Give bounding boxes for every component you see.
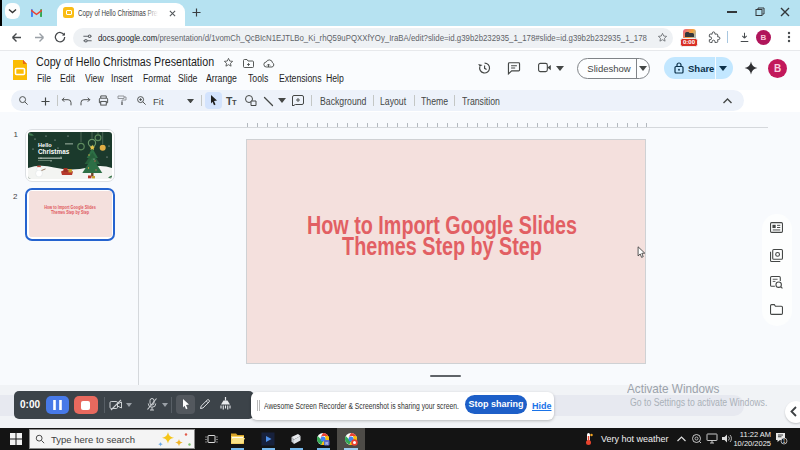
svg-text:R: R: [325, 441, 328, 446]
svg-text:Christmas: Christmas: [38, 148, 70, 155]
